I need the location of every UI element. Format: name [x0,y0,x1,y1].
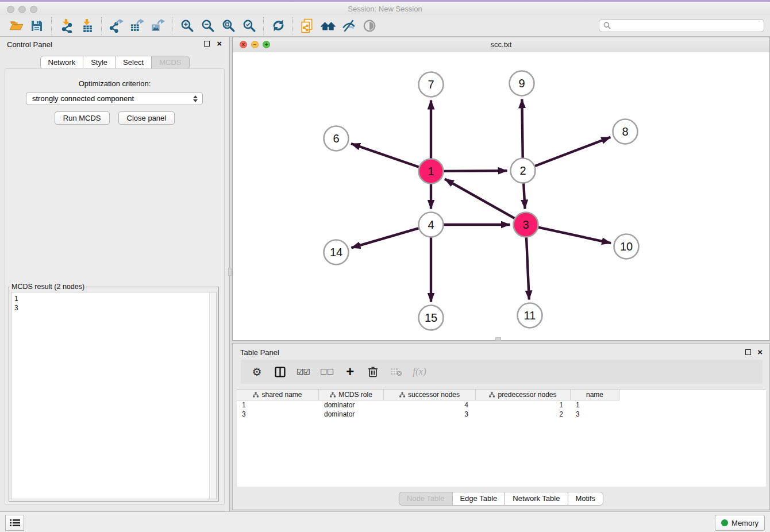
graph-edge-2-3[interactable] [523,180,525,209]
table-cell[interactable]: dominator [319,410,384,419]
table-panel-title: Table Panel [240,348,279,357]
function-builder-button[interactable]: f(x) [413,364,426,379]
close-panel-button[interactable]: Close panel [118,111,175,125]
zoom-in-icon [180,18,194,33]
graph-edge-3-1[interactable] [445,179,517,220]
column-header-successor-nodes[interactable]: successor nodes [384,390,476,400]
graph-node-label-9: 9 [518,77,525,90]
tab-network[interactable]: Network [40,56,83,70]
graph-node-label-1: 1 [428,165,434,178]
zoom-selected-button[interactable] [238,17,259,35]
table-cell[interactable]: 4 [384,400,476,410]
table-row[interactable]: 3dominator323 [237,410,619,419]
graph-node-label-11: 11 [524,309,536,322]
graph-edge-2-8[interactable] [532,137,610,167]
memory-button[interactable]: Memory [715,515,765,531]
save-session-button[interactable] [26,17,47,35]
zoom-selected-icon [242,18,256,33]
close-table-panel-icon[interactable]: × [757,347,763,357]
search-input[interactable] [614,21,760,30]
mcds-result-title: MCDS result (2 nodes) [10,283,86,291]
export-image-button[interactable] [147,17,168,35]
refresh-button[interactable] [268,17,288,35]
delete-columns-button[interactable] [367,364,379,379]
float-panel-icon[interactable] [204,41,210,47]
column-header-name[interactable]: name [571,390,619,400]
graph-edge-1-2[interactable] [441,171,507,171]
toolbar-separator [172,17,172,34]
column-header-label: successor nodes [408,391,460,399]
table-cell[interactable]: 3 [571,410,619,419]
table-cell[interactable]: 2 [476,410,571,419]
close-panel-icon[interactable]: × [217,38,222,49]
zoom-fit-button[interactable] [218,17,238,35]
add-column-button[interactable]: + [344,364,356,379]
show-eye-icon [362,18,377,33]
tab-style[interactable]: Style [83,56,116,70]
deselect-all-button[interactable]: ☐☐ [320,364,333,379]
network-window-titlebar[interactable]: × − + scc.txt [233,37,769,53]
app-toolbar [0,15,770,37]
graph-edge-3-11[interactable] [526,234,529,299]
column-header-shared-name[interactable]: shared name [237,390,319,400]
column-tree-icon [489,392,495,398]
table-tab-network-table[interactable]: Network Table [505,492,568,506]
task-history-button[interactable] [5,515,24,531]
import-table-button[interactable] [76,17,97,35]
column-header-predecessor-nodes[interactable]: predecessor nodes [476,390,571,400]
network-graph: 1234678910111415 [233,52,769,340]
select-all-button[interactable]: ☑☑ [297,364,310,379]
toolbar-search[interactable] [599,19,764,32]
splitter-handle-vertical[interactable] [228,268,232,276]
table-row[interactable]: 1dominator411 [237,400,619,410]
home-cyndex-button[interactable] [318,17,338,35]
export-network-button[interactable] [106,17,126,35]
column-tree-icon [253,392,259,398]
optimization-criterion-select[interactable]: strongly connected component [26,92,203,105]
table-cell[interactable]: dominator [319,400,384,410]
graph-edge-1-6[interactable] [351,144,421,168]
homes-icon [321,18,336,33]
splitter-handle-horizontal[interactable] [495,337,501,341]
export-table-button[interactable] [126,17,147,35]
zoom-out-button[interactable] [197,17,218,35]
trash-icon [368,366,378,377]
table-cell[interactable]: 1 [237,400,319,410]
node-table-header: shared nameMCDS rolesuccessor nodesprede… [237,390,619,400]
table-settings-button[interactable]: ⚙ [251,364,263,379]
column-layout-button[interactable] [274,364,286,379]
network-view-window: × − + scc.txt 1234678910111415 [232,37,770,341]
show-glyph-button[interactable] [359,17,380,35]
open-network-document-button[interactable] [297,17,318,35]
export-network-icon [109,18,124,33]
run-mcds-button[interactable]: Run MCDS [55,111,110,125]
graph-node-label-14: 14 [330,246,342,259]
mcds-result-list[interactable]: 13 [11,292,217,499]
graph-edge-3-10[interactable] [536,227,611,243]
float-table-panel-icon[interactable] [745,349,751,355]
main-titlebar: Session: New Session [0,0,770,15]
tab-mcds[interactable]: MCDS [151,56,189,70]
delete-table-button[interactable] [390,364,402,379]
network-canvas[interactable]: 1234678910111415 [233,52,769,340]
table-cell[interactable]: 3 [237,410,319,419]
zoom-in-button[interactable] [176,17,197,35]
graph-node-label-7: 7 [428,78,434,91]
table-tab-node-table[interactable]: Node Table [399,492,453,506]
result-scrollbar[interactable] [209,292,216,499]
table-cell[interactable]: 1 [571,400,619,410]
graph-edge-4-14[interactable] [351,228,421,248]
plus-icon: + [346,366,354,377]
open-file-button[interactable] [6,17,26,35]
tab-select[interactable]: Select [115,56,152,70]
column-header-MCDS-role[interactable]: MCDS role [319,390,384,400]
column-header-label: predecessor nodes [498,391,556,399]
hide-eye-icon [341,18,356,33]
graph-edge-2-9[interactable] [522,99,522,160]
table-tab-edge-table[interactable]: Edge Table [452,492,505,506]
import-network-button[interactable] [56,17,76,35]
hide-glyph-button[interactable] [338,17,359,35]
table-tab-motifs[interactable]: Motifs [567,492,603,506]
table-cell[interactable]: 1 [476,400,571,410]
table-cell[interactable]: 3 [384,410,476,419]
